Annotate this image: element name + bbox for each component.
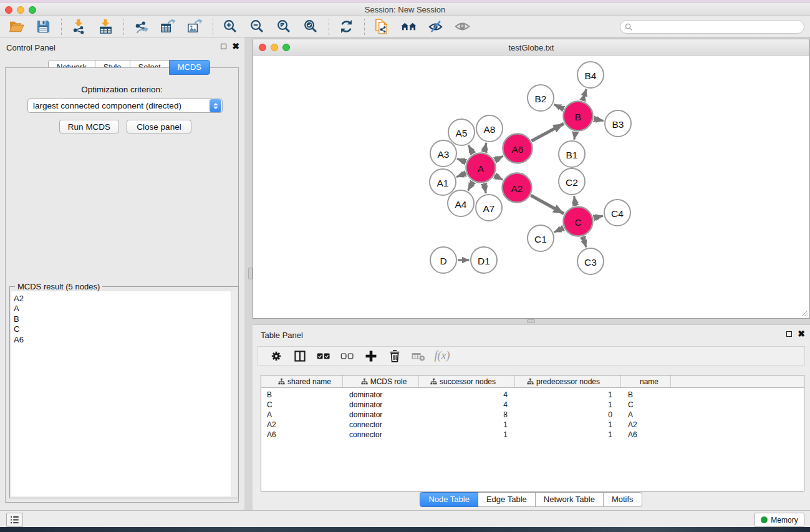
edge-A-A3[interactable] — [457, 158, 466, 162]
open-folder-icon[interactable] — [5, 17, 27, 36]
cell[interactable]: 4 — [419, 400, 515, 409]
edge-B-B2[interactable] — [554, 104, 564, 109]
criterion-dropdown[interactable]: largest connected component (directed) — [27, 99, 223, 113]
refresh-view-icon[interactable] — [335, 17, 357, 36]
cell[interactable]: 1 — [419, 420, 515, 429]
horizontal-scrollbar-thumb[interactable] — [527, 319, 535, 323]
tab-motifs[interactable]: Motifs — [603, 492, 642, 507]
save-session-icon[interactable] — [32, 17, 54, 36]
table-row[interactable]: Cdominator41C — [261, 400, 804, 410]
task-history-button[interactable] — [6, 513, 23, 527]
result-item[interactable]: A6 — [11, 335, 237, 345]
zoom-selected-icon[interactable] — [299, 17, 322, 36]
cell[interactable]: 1 — [515, 390, 621, 399]
tab-node-table[interactable]: Node Table — [420, 492, 478, 507]
edge-C-C4[interactable] — [594, 216, 603, 218]
column-header-successor-nodes[interactable]: successor nodes — [419, 375, 515, 387]
cell[interactable]: dominator — [343, 400, 419, 409]
edge-C-C2[interactable] — [574, 196, 576, 206]
cell[interactable]: 1 — [515, 430, 621, 439]
cell[interactable]: connector — [343, 420, 419, 429]
column-header-MCDS-role[interactable]: MCDS role — [343, 375, 419, 387]
edge-A-A5[interactable] — [468, 145, 473, 154]
cell[interactable]: A2 — [621, 420, 671, 429]
column-header-name[interactable]: name — [621, 375, 671, 387]
export-table-icon[interactable] — [157, 17, 179, 36]
edge-A-A6[interactable] — [495, 156, 503, 160]
search-input[interactable] — [635, 21, 804, 32]
edge-B-B4[interactable] — [582, 89, 586, 100]
network-canvas[interactable]: B4B2BB3A5A8A6B1A3AC2A1A2A4A7C4CC1C3DD1 — [253, 56, 809, 318]
edge-A-A8[interactable] — [485, 143, 486, 152]
cell[interactable]: 1 — [515, 400, 621, 409]
edge-C-C1[interactable] — [554, 228, 563, 232]
export-network-icon[interactable] — [130, 17, 152, 36]
gear-icon[interactable] — [267, 348, 286, 364]
edge-C-C3[interactable] — [583, 236, 586, 247]
hide-labels-icon[interactable] — [424, 17, 446, 36]
cell[interactable]: B — [261, 390, 343, 399]
deselect-all-checks-icon[interactable] — [338, 348, 357, 364]
cell[interactable]: dominator — [343, 410, 419, 419]
show-eye-icon[interactable] — [451, 17, 473, 36]
zoom-fit-icon[interactable] — [272, 17, 295, 36]
zoom-out-icon[interactable] — [246, 17, 268, 36]
cell[interactable]: 1 — [419, 430, 515, 439]
edge-B-B1[interactable] — [574, 132, 576, 140]
cell[interactable]: A — [261, 410, 343, 419]
panel-columns-icon[interactable] — [291, 348, 309, 364]
import-table-icon[interactable] — [94, 17, 117, 36]
cell[interactable]: 1 — [515, 420, 621, 429]
network-from-file-icon[interactable] — [370, 17, 393, 36]
cell[interactable]: 4 — [419, 390, 515, 399]
edge-A-A7[interactable] — [484, 183, 486, 193]
cell[interactable]: dominator — [343, 390, 419, 399]
float-panel-icon[interactable] — [221, 44, 226, 49]
cell[interactable]: A6 — [261, 430, 343, 439]
close-panel-icon[interactable]: ✖ — [232, 43, 239, 49]
edge-B-B3[interactable] — [594, 119, 604, 121]
cell[interactable]: 8 — [419, 410, 515, 419]
mcds-result-list[interactable]: A2ABCA6 — [11, 291, 237, 496]
cell[interactable]: 0 — [515, 410, 621, 419]
cell[interactable]: A6 — [621, 430, 671, 439]
close-table-panel-icon[interactable]: ✖ — [798, 331, 805, 337]
edge-A-A4[interactable] — [468, 181, 473, 190]
cell[interactable]: connector — [343, 430, 419, 439]
result-item[interactable]: A2 — [11, 294, 237, 304]
delete-trash-icon[interactable] — [385, 348, 404, 364]
network-window-titlebar[interactable]: testGlobe.txt — [253, 39, 809, 56]
add-row-plus-icon[interactable] — [362, 348, 380, 364]
select-all-checks-icon[interactable] — [314, 348, 333, 364]
edge-A-A2[interactable] — [494, 175, 503, 180]
export-image-icon[interactable] — [183, 17, 206, 36]
tab-mcds[interactable]: MCDS — [169, 60, 210, 75]
table-row[interactable]: A6connector11A6 — [261, 430, 804, 440]
search-field[interactable] — [620, 20, 804, 34]
cell[interactable]: A2 — [261, 420, 343, 429]
edge-A2-C[interactable] — [531, 195, 564, 213]
zoom-in-icon[interactable] — [219, 17, 241, 36]
cell[interactable]: B — [621, 390, 671, 399]
node-table[interactable]: shared nameMCDS rolesuccessor nodesprede… — [261, 375, 804, 491]
cell[interactable]: A — [621, 410, 671, 419]
column-header-predecessor-nodes[interactable]: predecessor nodes — [515, 375, 621, 387]
run-mcds-button[interactable]: Run MCDS — [59, 120, 119, 133]
resize-grip-icon[interactable] — [801, 309, 808, 317]
home-pair-icon[interactable] — [397, 17, 420, 36]
result-item[interactable]: C — [11, 324, 237, 334]
tab-network-table[interactable]: Network Table — [535, 492, 604, 507]
result-scrollbar[interactable] — [231, 291, 237, 496]
cell[interactable]: C — [261, 400, 343, 409]
result-item[interactable]: A — [11, 304, 237, 314]
table-row[interactable]: A2connector11A2 — [261, 420, 804, 430]
result-item[interactable]: B — [11, 314, 237, 324]
vertical-scrollbar-thumb[interactable] — [248, 268, 253, 279]
tab-edge-table[interactable]: Edge Table — [478, 492, 536, 507]
edge-A-A1[interactable] — [456, 173, 466, 177]
column-header-shared-name[interactable]: shared name — [261, 375, 343, 387]
table-row[interactable]: Adominator80A — [261, 410, 804, 420]
memory-button[interactable]: Memory — [755, 513, 804, 527]
table-row[interactable]: Bdominator41B — [261, 390, 804, 400]
close-panel-button[interactable]: Close panel — [127, 120, 191, 133]
